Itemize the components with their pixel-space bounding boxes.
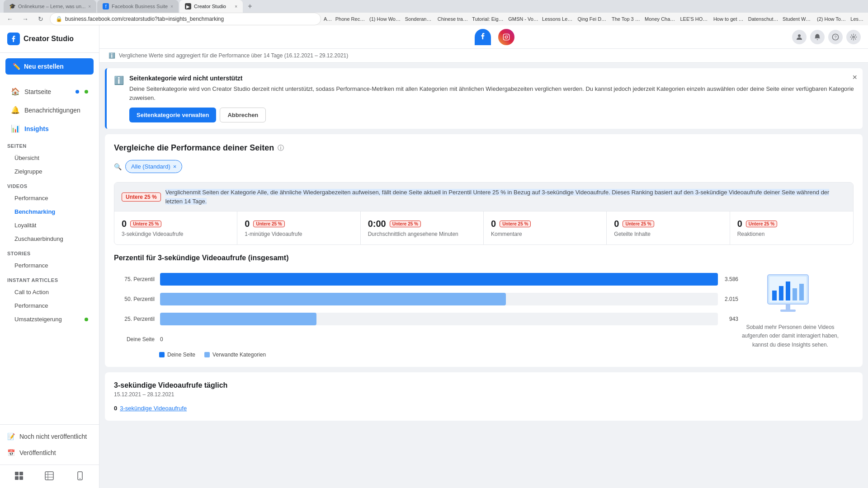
compare-info-icon[interactable]: ⓘ [278, 144, 284, 152]
legend-item-categories: Verwandte Kategorien [204, 352, 266, 358]
call-to-action-label: Call to Action [14, 289, 49, 296]
settings-button[interactable] [846, 30, 861, 44]
sidebar-item-benchmarking[interactable]: Benchmarking [4, 205, 95, 218]
sidebar-item-loyalitaet[interactable]: Loyalität [4, 219, 95, 232]
svg-rect-1 [15, 472, 19, 475]
bookmark-13[interactable]: Datenschutz – Re... [748, 16, 779, 22]
bookmark-15[interactable]: (2) How To Add A... [817, 16, 847, 22]
sidebar-item-benachrichtigungen[interactable]: 🔔 Benachrichtigungen [4, 101, 95, 119]
tab-close-onlinekurse[interactable]: × [88, 4, 91, 9]
bookmark-3[interactable]: Sonderangebot: ... [405, 16, 434, 22]
loyalitaet-label: Loyalität [14, 222, 36, 229]
metric-card-shares: 0 Untere 25 % Geteilte Inhalte [607, 211, 730, 244]
bookmark-9[interactable]: The Top 3 Platfor... [612, 16, 641, 22]
daily-link[interactable]: 3-sekündige Videoaufrufe [120, 405, 187, 412]
bookmark-8[interactable]: Qing Fei De Yi - Y... [578, 16, 609, 22]
plus-icon: ✏️ [13, 63, 20, 70]
topbar-right: ? [792, 30, 861, 44]
sidebar-navigation: 🏠 Startseite 🔔 Benachrichtigungen 📊 Insi… [0, 80, 99, 424]
svg-text:?: ? [834, 35, 836, 39]
bookmark-10[interactable]: Money Changes E... [645, 16, 676, 22]
perf-description-highlighted: Verglichenmit Seiten der Kategorie Alle,… [165, 189, 830, 205]
sidebar-item-performance[interactable]: Performance [4, 192, 95, 205]
bookmark-apps[interactable]: Apps [324, 16, 332, 22]
main-content: ℹ️ Verglichene Werte sind aggregiert für… [99, 49, 868, 488]
benchmarking-label: Benchmarking [14, 208, 55, 215]
chart-title: Perzentil für 3-sekündige Videoaufrufe (… [114, 254, 854, 262]
metric-value-shares: 0 Untere 25 % [614, 219, 722, 229]
filter-tag-remove-icon[interactable]: × [173, 163, 177, 170]
chart-placeholder-text: Sobald mehr Personen deine Videos aufger… [741, 323, 840, 349]
bar-fill-25 [160, 313, 316, 325]
table-icon-button[interactable] [42, 469, 57, 484]
sidebar-item-startseite[interactable]: 🏠 Startseite [4, 83, 95, 100]
grid-icon-button[interactable] [12, 469, 26, 484]
metrics-grid: 0 Untere 25 % 3-sekündige Videoaufrufe 0… [114, 211, 853, 244]
bar-value-75: 3.586 [725, 276, 738, 282]
noch-nicht-icon: 📝 [7, 433, 15, 440]
notifications-button[interactable] [810, 30, 825, 44]
bookmark-14[interactable]: Student Wants an... [783, 16, 813, 22]
alert-text: Deine Seitenkategorie wird von Creator S… [129, 84, 855, 102]
new-create-button[interactable]: ✏️ Neu erstellen [5, 58, 94, 75]
noch-nicht-label: Noch nicht veröffentlicht [19, 433, 87, 440]
sidebar-item-veroeffentlicht[interactable]: 📅 Veröffentlicht [4, 445, 95, 461]
sidebar-toolbar [0, 465, 99, 488]
tab-close-creator[interactable]: × [235, 4, 237, 9]
uebersicht-label: Übersicht [14, 155, 39, 161]
filter-tag-alle[interactable]: Alle (Standard) × [125, 160, 182, 173]
tab-close-business[interactable]: × [170, 4, 173, 9]
bar-fill-75 [160, 273, 718, 286]
facebook-platform-button[interactable] [475, 29, 491, 45]
umsatzsteigerung-label: Umsatzsteigerung [14, 316, 62, 323]
instagram-platform-button[interactable] [498, 29, 514, 45]
compare-section-title: Vergleiche die Performance deiner Seiten [114, 143, 274, 153]
manage-category-button[interactable]: Seitenkategorie verwalten [129, 108, 216, 122]
legend-item-my-page: Deine Seite [159, 352, 195, 358]
sidebar-item-noch-nicht[interactable]: 📝 Noch nicht veröffentlicht [4, 428, 95, 445]
bar-chart: 75. Perzentil 3.586 50. Perzentil [114, 273, 718, 343]
bookmark-4[interactable]: Chinese translatio... [438, 16, 469, 22]
stories-performance-label: Performance [14, 262, 48, 269]
legend-dot-my-page [159, 352, 165, 357]
cancel-button[interactable]: Abbrechen [220, 108, 266, 122]
tab-onlinekurse[interactable]: 🎓 Onlinekurse – Lerne, was un... × [4, 0, 96, 13]
sidebar-item-call-to-action[interactable]: Call to Action [4, 286, 95, 299]
tab-business-suite[interactable]: f Facebook Business Suite × [97, 0, 179, 13]
bookmark-2[interactable]: (1) How Working a... [369, 16, 401, 22]
browser-toolbar: ← → ↻ 🔒 business.facebook.com/creatorstu… [0, 13, 868, 25]
bar-label-75: 75. Perzentil [114, 276, 155, 282]
user-avatar[interactable] [792, 30, 807, 44]
bookmark-11[interactable]: LEE'S HOUSE—... [680, 16, 709, 22]
section-seiten-title: Seiten [7, 143, 27, 149]
reload-button[interactable]: ↻ [34, 13, 47, 25]
sidebar-item-stories-performance[interactable]: Performance [4, 259, 95, 272]
bookmark-leseliste[interactable]: Leseliste [850, 16, 864, 22]
forward-button[interactable]: → [19, 13, 32, 25]
sidebar-item-zielgruppe[interactable]: Zielgruppe [4, 165, 95, 178]
bookmark-6[interactable]: GMSN - Vologda,... [508, 16, 538, 22]
new-tab-button[interactable]: + [244, 0, 256, 13]
bar-value-50: 2.015 [725, 296, 738, 302]
phone-icon-button[interactable] [73, 469, 87, 484]
bookmark-7[interactable]: Lessons Learned f... [542, 16, 574, 22]
back-button[interactable]: ← [4, 13, 16, 25]
sidebar-item-ia-performance[interactable]: Performance [4, 299, 95, 312]
sidebar-item-insights[interactable]: 📊 Insights [4, 120, 95, 137]
daily-date-range: 15.12.2021 – 28.12.2021 [114, 391, 854, 398]
svg-rect-11 [503, 34, 509, 40]
sidebar-item-umsatzsteigerung[interactable]: Umsatzsteigerung [4, 313, 95, 326]
alert-close-button[interactable]: × [852, 73, 857, 82]
bookmark-12[interactable]: How to get more v... [713, 16, 745, 22]
app-title: Creator Studio [24, 35, 74, 43]
daily-section: 3-sekündige Videoaufrufe täglich 15.12.2… [105, 372, 863, 421]
sidebar-item-uebersicht[interactable]: Übersicht [4, 151, 95, 164]
help-button[interactable]: ? [828, 30, 843, 44]
tab-creator-studio[interactable]: ▶ Creator Studio × [179, 0, 243, 13]
bookmark-5[interactable]: Tutorial: Eigene Fa... [472, 16, 505, 22]
sidebar-item-zuschauerbindung[interactable]: Zuschauerbindung [4, 232, 95, 245]
metric-label-avg: Durchschnittlich angesehene Minuten [368, 231, 476, 237]
address-bar[interactable]: 🔒 business.facebook.com/creatorstudio?ta… [50, 13, 321, 25]
bookmark-1[interactable]: Phone Recycling-... [335, 16, 366, 22]
bar-value-25: 943 [729, 316, 738, 322]
